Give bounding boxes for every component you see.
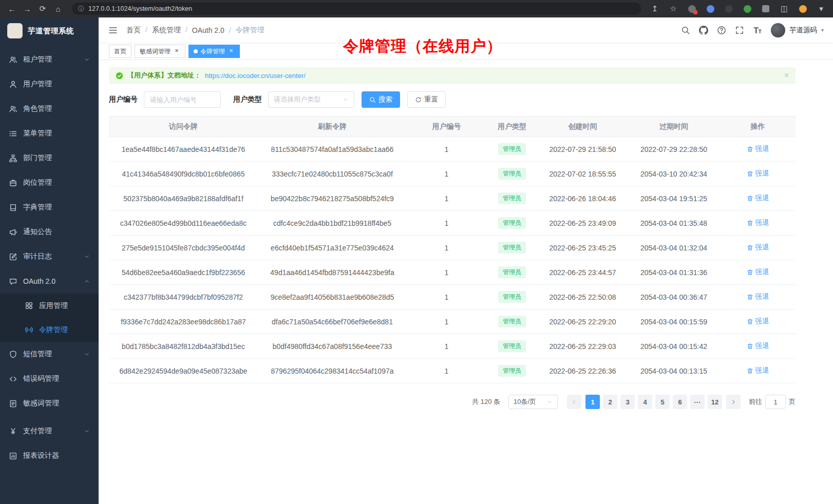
alert-close-icon[interactable]: × xyxy=(784,71,789,80)
ext-grid-icon[interactable] xyxy=(685,3,698,15)
tab[interactable]: 敏感词管理 × xyxy=(135,45,185,58)
user-type-cell: 管理员 xyxy=(486,285,538,309)
sidebar-item[interactable]: 用户管理 xyxy=(0,72,99,96)
ext-dark-icon[interactable] xyxy=(722,3,735,15)
page-button[interactable]: 2 xyxy=(603,395,617,409)
force-logout-button[interactable]: 强退 xyxy=(747,292,769,301)
ext-green-icon[interactable] xyxy=(741,3,754,15)
text-size-icon[interactable] xyxy=(753,26,762,35)
sidebar-item[interactable]: 短信管理 xyxy=(0,342,99,366)
next-page-button[interactable] xyxy=(726,395,741,409)
page-button[interactable]: 3 xyxy=(620,395,635,409)
table-row: 6d842e2924594de9a09e45e087323abe 8796295… xyxy=(109,359,796,383)
reload-icon[interactable]: ⟳ xyxy=(36,3,49,15)
user-type-badge: 管理员 xyxy=(498,168,526,180)
back-icon[interactable]: ← xyxy=(5,3,18,15)
page-button[interactable]: 5 xyxy=(655,395,670,409)
close-icon[interactable]: × xyxy=(173,48,180,55)
sidebar-item[interactable]: 审计日志 xyxy=(0,244,99,269)
sidebar-item[interactable]: 部门管理 xyxy=(0,146,99,170)
page-button[interactable]: ··· xyxy=(690,395,705,409)
forward-icon[interactable]: → xyxy=(21,3,34,15)
caret-icon[interactable]: ▾ xyxy=(815,3,828,15)
prev-page-button[interactable] xyxy=(567,395,581,409)
search-label: 搜索 xyxy=(378,95,392,104)
force-logout-label: 强退 xyxy=(755,292,769,301)
reset-button[interactable]: 重置 xyxy=(407,91,446,108)
page-size-select[interactable]: 10条/页 xyxy=(508,395,558,409)
force-logout-button[interactable]: 强退 xyxy=(747,169,769,178)
access-token-cell: c342377bf8b344799dcbf7bf095287f2 xyxy=(109,285,258,309)
force-logout-button[interactable]: 强退 xyxy=(747,366,769,375)
breadcrumb-item[interactable]: 令牌管理 xyxy=(236,26,264,35)
table-row: 41c41346a548490f9dc8b01c6bfe0865 333ecfc… xyxy=(109,162,796,186)
doc-link[interactable]: https://doc.iocoder.cn/user-center/ xyxy=(205,72,306,80)
sidebar-item[interactable]: 错误码管理 xyxy=(0,366,99,391)
sidebar-item[interactable]: 敏感词管理 xyxy=(0,391,99,416)
chevron-down-icon xyxy=(84,428,90,434)
user-id-input[interactable] xyxy=(144,91,221,108)
fullscreen-icon[interactable] xyxy=(735,26,744,35)
expire-time-cell: 2054-03-04 00:15:42 xyxy=(628,334,720,359)
url-bar[interactable]: ⓘ 127.0.0.1:1024/system/oauth2/token xyxy=(72,3,641,15)
sidebar-item[interactable]: 应用管理 xyxy=(0,294,99,318)
access-token-cell: c347026e805e4d99b0d116eae66eda8c xyxy=(109,211,258,236)
page-button[interactable]: 12 xyxy=(708,395,722,409)
tab[interactable]: 首页 xyxy=(109,45,131,58)
sidebar-item[interactable]: 租户管理 xyxy=(0,47,99,72)
search-icon[interactable] xyxy=(681,26,690,35)
user-id-cell: 1 xyxy=(407,186,486,211)
hamburger-icon[interactable] xyxy=(108,25,118,35)
page-button[interactable]: 6 xyxy=(673,395,687,409)
ext-blue-icon[interactable] xyxy=(704,3,717,15)
sidebar-item[interactable]: OAuth 2.0 xyxy=(0,269,99,294)
page-button[interactable]: 1 xyxy=(585,395,600,409)
search-button[interactable]: 搜索 xyxy=(362,91,400,108)
sidebar-item[interactable]: 令牌管理 xyxy=(0,318,99,342)
close-icon[interactable]: × xyxy=(228,48,235,55)
access-token-cell: 41c41346a548490f9dc8b01c6bfe0865 xyxy=(109,162,258,186)
share-icon[interactable]: ↥ xyxy=(648,3,661,15)
active-dot-icon xyxy=(194,49,198,53)
table-row: f9336e7c7dd242a283ee98dc86b17a87 dfa6c71… xyxy=(109,309,796,334)
breadcrumb-item[interactable]: OAuth 2.0 xyxy=(192,26,236,34)
sidebar-item[interactable]: 菜单管理 xyxy=(0,121,99,146)
sidebar-item-label: 用户管理 xyxy=(23,80,90,89)
breadcrumb-item[interactable]: 首页 xyxy=(126,26,152,35)
puzzle-icon[interactable] xyxy=(759,3,772,15)
github-icon[interactable] xyxy=(699,26,708,35)
breadcrumb-item[interactable]: 系统管理 xyxy=(152,26,192,35)
force-logout-button[interactable]: 强退 xyxy=(747,341,769,351)
page-button[interactable]: 4 xyxy=(638,395,652,409)
help-icon[interactable] xyxy=(717,26,726,35)
sidebar-item-label: 租户管理 xyxy=(23,55,78,64)
force-logout-button[interactable]: 强退 xyxy=(747,267,769,277)
tab[interactable]: 令牌管理 × xyxy=(188,45,240,58)
access-token-cell: 1ea5e44f8bc1467aaede43144f31de76 xyxy=(109,137,258,162)
force-logout-button[interactable]: 强退 xyxy=(747,218,769,227)
user-type-cell: 管理员 xyxy=(486,137,538,162)
goto-page-input[interactable] xyxy=(765,395,786,409)
sidebar-item[interactable]: 岗位管理 xyxy=(0,170,99,195)
panel-icon[interactable]: ◫ xyxy=(778,3,791,15)
user-menu[interactable]: 芋道源码 ▾ xyxy=(771,23,824,37)
sidebar-item[interactable]: 通知公告 xyxy=(0,220,99,244)
chevron-down-icon xyxy=(343,96,349,103)
sidebar-item[interactable]: 字典管理 xyxy=(0,195,99,220)
bookmark-icon[interactable]: ☆ xyxy=(667,3,680,15)
info-icon[interactable]: ⓘ xyxy=(78,5,84,13)
chevron-down-icon xyxy=(84,56,90,63)
sidebar-item[interactable]: 角色管理 xyxy=(0,96,99,121)
force-logout-button[interactable]: 强退 xyxy=(747,193,769,203)
access-token-cell: f9336e7c7dd242a283ee98dc86b17a87 xyxy=(109,309,258,334)
user-type-select[interactable]: 请选择用户类型 xyxy=(268,91,354,108)
refresh-icon xyxy=(415,96,422,103)
sidebar-item[interactable]: 支付管理 xyxy=(0,419,99,443)
user-type-cell: 管理员 xyxy=(486,334,538,359)
force-logout-button[interactable]: 强退 xyxy=(747,317,769,326)
home-icon[interactable]: ⌂ xyxy=(51,3,65,15)
profile-icon[interactable] xyxy=(796,3,809,15)
sidebar-item[interactable]: 报表设计器 xyxy=(0,443,99,468)
force-logout-button[interactable]: 强退 xyxy=(747,144,769,153)
force-logout-button[interactable]: 强退 xyxy=(747,243,769,252)
